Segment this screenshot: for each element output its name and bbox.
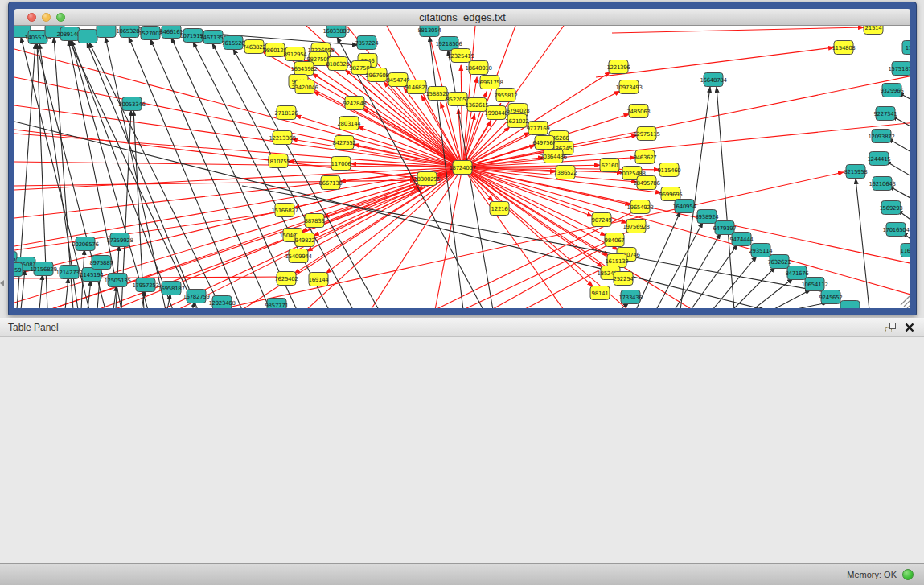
graph-node[interactable]: 21514 (864, 26, 883, 35)
graph-node[interactable]: 1244415 (867, 152, 890, 166)
graph-node[interactable]: 7625402 (274, 272, 298, 286)
graph-node[interactable]: 9329966 (880, 84, 904, 97)
graph-node[interactable]: 19756928 (622, 220, 649, 233)
graph-node[interactable]: 1990448 (484, 106, 507, 120)
graph-node[interactable]: 1733436 (618, 290, 643, 304)
citation-edge-red[interactable] (358, 126, 462, 167)
graph-node[interactable]: 16782759 (183, 290, 209, 303)
graph-node[interactable]: 20053346 (118, 97, 146, 111)
graph-node[interactable]: 8912954 (283, 47, 307, 61)
graph-node[interactable]: 169144 (309, 273, 330, 286)
graph-node[interactable]: 9146821 (405, 80, 428, 94)
graph-node[interactable]: 9115460 (657, 163, 680, 177)
citation-edge-black[interactable] (171, 38, 297, 308)
graph-node[interactable]: 2718126 (274, 106, 298, 120)
graph-node[interactable]: 7632621 (767, 255, 791, 269)
citation-edge-black[interactable] (691, 245, 737, 308)
network-canvas[interactable]: 1405571420891406106532871527002846616110… (14, 26, 910, 308)
citation-network-graph[interactable]: 1405571420891406106532871527002846616110… (14, 26, 910, 308)
window-titlebar[interactable]: citations_edges.txt (14, 9, 910, 26)
graph-node[interactable]: 2803144 (337, 117, 361, 130)
graph-node[interactable]: 17016504 (882, 223, 910, 237)
graph-node[interactable]: 6497568 (532, 136, 556, 150)
citation-edge-red[interactable] (462, 167, 609, 256)
citation-edge-red[interactable] (292, 139, 462, 167)
graph-node[interactable]: 116753 (901, 244, 910, 257)
graph-node[interactable]: 16958187 (158, 282, 184, 295)
citation-edge-red[interactable] (14, 167, 462, 246)
graph-node[interactable]: 12975115 (633, 127, 659, 141)
float-panel-icon[interactable] (884, 321, 897, 334)
citation-edge-black[interactable] (733, 267, 775, 308)
citation-edge-red[interactable] (363, 108, 462, 167)
graph-node[interactable]: 7955812 (494, 89, 517, 102)
graph-node[interactable]: 1640954 (672, 200, 696, 213)
citation-edge-black[interactable] (773, 290, 811, 308)
graph-node[interactable] (840, 301, 860, 309)
graph-node[interactable] (78, 30, 97, 43)
panel-resize-handle[interactable] (0, 280, 4, 286)
citation-edge-black[interactable] (129, 37, 242, 308)
graph-node[interactable]: 10654112 (801, 278, 827, 291)
graph-node[interactable]: 7485063 (626, 105, 650, 118)
graph-node[interactable]: 18640910 (465, 61, 491, 75)
graph-node[interactable]: 8427552 (332, 136, 355, 150)
graph-node[interactable]: 33159 (14, 263, 23, 277)
citation-edge-red[interactable] (14, 167, 462, 190)
graph-node[interactable]: 1221396 (606, 60, 630, 74)
graph-node[interactable]: 16033809 (322, 26, 349, 38)
graph-node[interactable]: 949822 (295, 233, 315, 247)
citation-edge-red[interactable] (14, 105, 462, 167)
citation-edge-black[interactable] (88, 280, 91, 308)
graph-node[interactable]: 15166827 (271, 204, 298, 217)
graph-node[interactable]: 17359928 (106, 233, 133, 247)
citation-edge-black[interactable] (39, 274, 43, 308)
graph-node[interactable]: 1810755 (266, 154, 290, 168)
graph-node[interactable]: 18495786 (633, 176, 660, 190)
citation-edge-red[interactable] (14, 167, 462, 303)
graph-node[interactable]: 9242848 (343, 97, 366, 110)
graph-node[interactable]: 12213369 (269, 131, 295, 145)
graph-node[interactable]: 1615132 (605, 254, 628, 268)
graph-node[interactable]: 9227341 (873, 107, 897, 121)
graph-node[interactable]: 1621022 (505, 114, 528, 128)
graph-node[interactable]: 9699695 (659, 187, 682, 201)
graph-node[interactable]: 12093872 (868, 130, 894, 143)
graph-node[interactable]: 12505135 (104, 274, 130, 287)
graph-node[interactable]: 1527002 (138, 27, 162, 40)
close-panel-icon[interactable] (903, 321, 916, 334)
graph-node[interactable]: 12142737 (55, 266, 82, 279)
graph-node[interactable]: 252254 (614, 272, 634, 286)
citation-edge-red[interactable] (612, 27, 864, 33)
graph-node[interactable]: 12923468 (208, 296, 235, 309)
graph-node[interactable]: 23420046 (291, 80, 318, 94)
citation-edge-black[interactable] (713, 256, 757, 308)
graph-node[interactable]: 9474444 (729, 233, 754, 246)
graph-node[interactable]: 18300295 (413, 172, 440, 186)
graph-node[interactable]: 9777169 (526, 122, 549, 135)
graph-node[interactable]: 17957253 (132, 278, 158, 292)
graph-node[interactable]: 8667130 (318, 176, 342, 190)
graph-node[interactable] (97, 26, 116, 38)
citation-edge-red[interactable] (314, 91, 462, 167)
graph-node[interactable]: 1154808 (832, 41, 855, 55)
graph-node[interactable]: 8186328 (326, 57, 349, 71)
graph-node[interactable]: 18724007 (449, 161, 475, 175)
graph-node[interactable]: 117006 (331, 157, 352, 171)
graph-node[interactable]: 19654923 (626, 200, 653, 214)
graph-node[interactable]: 12216 (490, 202, 509, 216)
graph-node[interactable]: 16543982 (290, 62, 317, 76)
graph-node[interactable]: 20364486 (540, 150, 567, 163)
citation-edge-black[interactable] (856, 179, 869, 308)
graph-node[interactable]: 16648784 (700, 73, 727, 87)
graph-node[interactable]: 98141 (590, 286, 610, 300)
graph-node[interactable]: 15751874 (888, 62, 910, 76)
graph-node[interactable]: 10973493 (615, 80, 642, 94)
graph-node[interactable]: 8215958 (844, 165, 867, 179)
graph-node[interactable]: 15409944 (285, 249, 312, 263)
graph-node[interactable]: 984067 (605, 233, 625, 247)
graph-node[interactable]: 8813054 (417, 26, 441, 37)
graph-node[interactable]: 1569293 (879, 201, 902, 215)
graph-node[interactable]: 9463627 (633, 150, 656, 164)
graph-node[interactable]: 20206576 (72, 237, 99, 251)
